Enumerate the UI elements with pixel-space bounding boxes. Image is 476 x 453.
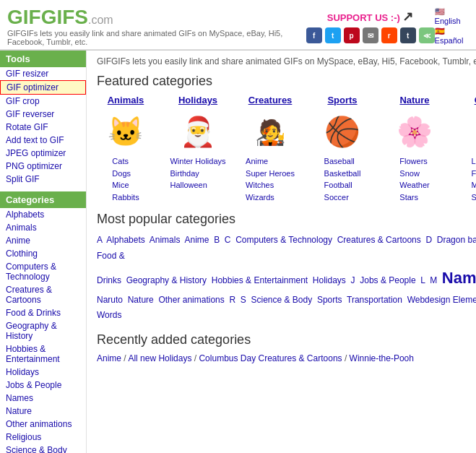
- subcat-mice[interactable]: Mice: [112, 179, 139, 191]
- sidebar-item-gif-crop[interactable]: GIF crop: [0, 95, 86, 108]
- facebook-button[interactable]: f: [306, 27, 322, 43]
- subcat-cats[interactable]: Cats: [112, 155, 139, 168]
- subcat-witches[interactable]: Witches: [246, 179, 295, 191]
- subcat-money[interactable]: Money: [472, 179, 476, 191]
- sidebar-item-gif-optimizer[interactable]: GIF optimizer: [0, 80, 86, 95]
- reddit-button[interactable]: r: [381, 27, 397, 43]
- recent-anime[interactable]: Anime: [97, 353, 121, 363]
- subcat-dogs[interactable]: Dogs: [112, 168, 139, 180]
- pop-creatures[interactable]: Creatures & Cartoons: [337, 235, 421, 245]
- sidebar-item-rotate-gif[interactable]: Rotate GIF: [0, 121, 86, 134]
- subcat-baseball[interactable]: Baseball: [324, 155, 361, 168]
- sidebar-item-clothing[interactable]: Clothing: [0, 247, 86, 260]
- featured-sports-title[interactable]: Sports: [327, 95, 357, 105]
- pop-words[interactable]: Words: [97, 310, 121, 320]
- letter-m[interactable]: M: [430, 275, 437, 285]
- sidebar-item-names[interactable]: Names: [0, 392, 86, 405]
- subcat-flowers[interactable]: Flowers: [399, 155, 429, 168]
- pop-sports[interactable]: Sports: [317, 295, 342, 305]
- sidebar-item-png-optimizer[interactable]: PNG optimizer: [0, 160, 86, 173]
- sidebar-item-anime[interactable]: Anime: [0, 234, 86, 247]
- subcat-winter[interactable]: Winter Holidays: [170, 155, 225, 168]
- sidebar-item-alphabets[interactable]: Alphabets: [0, 208, 86, 221]
- pop-animals[interactable]: Animals: [150, 235, 181, 245]
- tumblr-button[interactable]: t: [400, 27, 416, 43]
- pop-drinks[interactable]: Drinks: [97, 275, 121, 285]
- recent-columbus[interactable]: Columbus Day: [199, 353, 256, 363]
- subcat-birthday[interactable]: Birthday: [170, 168, 225, 180]
- recent-creatures[interactable]: Creatures & Cartoons: [259, 353, 342, 363]
- sidebar-item-hobbies[interactable]: Hobbies & Entertainment: [0, 342, 86, 366]
- sidebar-item-computers[interactable]: Computers & Technology: [0, 260, 86, 283]
- pop-geography[interactable]: Geography & History: [126, 275, 207, 285]
- featured-animals-title[interactable]: Animals: [108, 95, 144, 105]
- subcat-fire[interactable]: Fire: [472, 168, 476, 180]
- subcat-football[interactable]: Football: [324, 179, 361, 191]
- english-link[interactable]: 🇺🇸 English: [435, 7, 469, 25]
- pop-anime[interactable]: Anime: [184, 235, 209, 245]
- subcat-anime[interactable]: Anime: [246, 155, 295, 168]
- sidebar-item-religious[interactable]: Religious: [0, 431, 86, 444]
- subcat-stars[interactable]: Stars: [399, 191, 429, 204]
- pop-holidays[interactable]: Holidays: [313, 275, 346, 285]
- sidebar-item-animals[interactable]: Animals: [0, 221, 86, 234]
- pop-names[interactable]: Names: [442, 269, 476, 287]
- pop-alphabets[interactable]: Alphabets: [106, 235, 144, 245]
- pop-other-animations[interactable]: Other animations: [158, 295, 224, 305]
- sidebar-item-holidays[interactable]: Holidays: [0, 366, 86, 379]
- subcat-basketball[interactable]: Basketball: [324, 168, 361, 180]
- sidebar-item-science[interactable]: Science & Body: [0, 444, 86, 453]
- pop-transportation[interactable]: Transportation: [347, 295, 402, 305]
- sidebar-item-creatures[interactable]: Creatures & Cartoons: [0, 283, 86, 306]
- recent-all-new[interactable]: All new: [128, 353, 156, 363]
- subcat-smoking[interactable]: Smoking: [472, 191, 476, 204]
- pop-science[interactable]: Science & Body: [251, 295, 313, 305]
- pop-food[interactable]: Food &: [97, 251, 125, 261]
- sidebar-item-food[interactable]: Food & Drinks: [0, 306, 86, 319]
- featured-animals-subcats: Cats Dogs Mice Rabbits: [112, 155, 139, 203]
- pinterest-button[interactable]: p: [344, 27, 360, 43]
- sidebar-item-nature[interactable]: Nature: [0, 405, 86, 418]
- subcat-superheroes[interactable]: Super Heroes: [246, 168, 295, 180]
- sidebar-item-other-animations[interactable]: Other animations: [0, 418, 86, 431]
- subcat-rabbits[interactable]: Rabbits: [112, 191, 139, 204]
- letter-b[interactable]: B: [214, 235, 220, 245]
- spanish-link[interactable]: 🇪🇸 Español: [435, 27, 469, 45]
- featured-holidays-title[interactable]: Holidays: [178, 95, 217, 105]
- pop-webdesign[interactable]: Webdesign Elements: [407, 295, 476, 305]
- email-button[interactable]: ✉: [363, 27, 378, 43]
- subcat-wizards[interactable]: Wizards: [246, 191, 295, 204]
- letter-a[interactable]: A: [97, 235, 102, 245]
- sidebar-item-gif-resizer[interactable]: GIF resizer: [0, 67, 86, 80]
- subcat-halloween[interactable]: Halloween: [170, 179, 225, 191]
- letter-j[interactable]: J: [351, 275, 355, 285]
- featured-creatures-title[interactable]: Creatures: [248, 95, 293, 105]
- pop-dragonball[interactable]: Dragon ball Z: [437, 235, 476, 245]
- sidebar-item-jobs[interactable]: Jobs & People: [0, 379, 86, 392]
- subcat-love[interactable]: Love: [472, 155, 476, 168]
- letter-s[interactable]: S: [241, 295, 246, 305]
- subcat-weather[interactable]: Weather: [399, 179, 429, 191]
- letter-r[interactable]: R: [229, 295, 235, 305]
- recent-winnie[interactable]: Winnie-the-Pooh: [350, 353, 414, 363]
- letter-c[interactable]: C: [225, 235, 231, 245]
- letter-d[interactable]: D: [425, 235, 432, 245]
- sidebar-item-split-gif[interactable]: Split GIF: [0, 173, 86, 186]
- sidebar-item-add-text[interactable]: Add text to GIF: [0, 134, 86, 147]
- recent-title: Recently added categories: [97, 332, 476, 348]
- pop-computers[interactable]: Computers & Technology: [235, 235, 332, 245]
- share-button[interactable]: ≪: [419, 27, 435, 43]
- letter-l[interactable]: L: [420, 275, 425, 285]
- subcat-snow[interactable]: Snow: [399, 168, 429, 180]
- sidebar-item-jpeg-optimizer[interactable]: JPEG optimizer: [0, 147, 86, 160]
- recent-holidays[interactable]: Holidays: [158, 353, 191, 363]
- pop-nature[interactable]: Nature: [128, 295, 154, 305]
- twitter-button[interactable]: t: [325, 27, 341, 43]
- sidebar-item-gif-reverser[interactable]: GIF reverser: [0, 108, 86, 121]
- pop-naruto[interactable]: Naruto: [97, 295, 123, 305]
- featured-nature-title[interactable]: Nature: [399, 95, 429, 105]
- sidebar-item-geography[interactable]: Geography & History: [0, 319, 86, 342]
- subcat-soccer[interactable]: Soccer: [324, 191, 361, 204]
- pop-jobs[interactable]: Jobs & People: [360, 275, 415, 285]
- pop-hobbies[interactable]: Hobbies & Entertainment: [212, 275, 308, 285]
